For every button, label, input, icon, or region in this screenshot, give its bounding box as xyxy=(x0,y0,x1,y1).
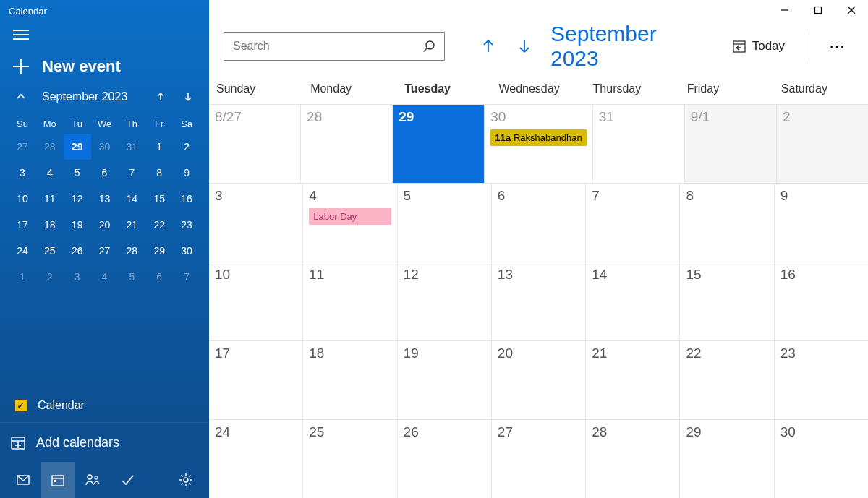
mini-day-cell[interactable]: 8 xyxy=(145,160,173,186)
mini-day-cell[interactable]: 28 xyxy=(118,238,145,264)
mini-day-cell[interactable]: 22 xyxy=(145,212,173,238)
mini-day-cell[interactable]: 2 xyxy=(173,134,200,160)
day-cell[interactable]: 10 xyxy=(209,262,303,340)
search-input[interactable] xyxy=(233,40,422,53)
day-cell[interactable]: 31 xyxy=(593,105,685,183)
mini-day-cell[interactable]: 21 xyxy=(118,212,145,238)
mini-day-cell[interactable]: 1 xyxy=(9,264,36,290)
day-cell[interactable]: 15 xyxy=(680,262,774,340)
mail-app-button[interactable] xyxy=(6,462,41,498)
day-cell[interactable]: 4Labor Day xyxy=(303,184,397,262)
day-cell[interactable]: 2 xyxy=(777,105,868,183)
mini-day-cell[interactable]: 17 xyxy=(9,212,36,238)
next-period-button[interactable] xyxy=(511,33,537,60)
mini-day-cell[interactable]: 3 xyxy=(9,160,36,186)
day-cell[interactable]: 21 xyxy=(586,341,680,419)
mini-day-cell[interactable]: 30 xyxy=(173,238,200,264)
event-chip[interactable]: 11aRakshabandhan xyxy=(490,129,586,146)
mini-day-cell[interactable]: 7 xyxy=(118,160,145,186)
day-cell[interactable]: 11 xyxy=(303,262,397,340)
day-cell[interactable]: 3011aRakshabandhan xyxy=(485,105,592,183)
day-cell[interactable]: 9 xyxy=(775,184,868,262)
day-cell[interactable]: 22 xyxy=(680,341,774,419)
mini-day-cell[interactable]: 9 xyxy=(173,160,200,186)
mini-day-cell[interactable]: 29 xyxy=(64,134,91,160)
day-cell[interactable]: 26 xyxy=(398,420,492,498)
new-event-button[interactable]: New event xyxy=(0,43,209,86)
day-cell[interactable]: 13 xyxy=(492,262,586,340)
mini-day-cell[interactable]: 24 xyxy=(9,238,36,264)
mini-day-cell[interactable]: 5 xyxy=(118,264,145,290)
day-cell[interactable]: 6 xyxy=(492,184,586,262)
mini-day-cell[interactable]: 4 xyxy=(91,264,119,290)
mini-next-month-button[interactable] xyxy=(177,86,199,108)
prev-period-button[interactable] xyxy=(475,33,501,60)
todo-app-button[interactable] xyxy=(110,462,145,498)
mini-day-cell[interactable]: 27 xyxy=(9,134,36,160)
calendar-checkbox[interactable]: ✓ xyxy=(14,399,27,412)
mini-day-cell[interactable]: 11 xyxy=(36,186,64,212)
mini-day-cell[interactable]: 1 xyxy=(145,134,173,160)
day-cell[interactable]: 8 xyxy=(680,184,774,262)
day-cell[interactable]: 25 xyxy=(303,420,397,498)
day-cell[interactable]: 23 xyxy=(775,341,868,419)
day-cell[interactable]: 27 xyxy=(492,420,586,498)
day-cell[interactable]: 16 xyxy=(775,262,868,340)
search-icon[interactable] xyxy=(422,40,435,53)
day-cell[interactable]: 5 xyxy=(398,184,492,262)
day-cell[interactable]: 12 xyxy=(398,262,492,340)
calendar-app-button[interactable] xyxy=(41,462,75,498)
mini-day-cell[interactable]: 26 xyxy=(64,238,91,264)
day-cell[interactable]: 19 xyxy=(398,341,492,419)
add-calendars-button[interactable]: Add calendars xyxy=(0,422,209,462)
mini-prev-month-button[interactable] xyxy=(150,86,171,108)
mini-day-cell[interactable]: 4 xyxy=(36,160,64,186)
mini-day-cell[interactable]: 19 xyxy=(64,212,91,238)
day-cell[interactable]: 24 xyxy=(209,420,303,498)
calendar-list-item[interactable]: ✓Calendar xyxy=(0,392,209,419)
mini-day-cell[interactable]: 14 xyxy=(118,186,145,212)
people-app-button[interactable] xyxy=(75,462,110,498)
day-cell[interactable]: 7 xyxy=(586,184,680,262)
mini-day-cell[interactable]: 5 xyxy=(64,160,91,186)
day-cell[interactable]: 29 xyxy=(393,105,485,183)
mini-day-cell[interactable]: 15 xyxy=(145,186,173,212)
mini-day-cell[interactable]: 23 xyxy=(173,212,200,238)
mini-day-cell[interactable]: 7 xyxy=(173,264,200,290)
mini-collapse-button[interactable] xyxy=(10,86,32,108)
event-chip[interactable]: Labor Day xyxy=(309,208,391,225)
day-cell[interactable]: 30 xyxy=(775,420,868,498)
mini-day-cell[interactable]: 12 xyxy=(64,186,91,212)
mini-day-cell[interactable]: 18 xyxy=(36,212,64,238)
today-button[interactable]: Today xyxy=(725,35,792,58)
day-cell[interactable]: 8/27 xyxy=(209,105,301,183)
mini-day-cell[interactable]: 31 xyxy=(118,134,145,160)
settings-button[interactable] xyxy=(169,462,203,498)
window-close-button[interactable] xyxy=(835,0,868,20)
window-maximize-button[interactable] xyxy=(801,0,835,20)
mini-day-cell[interactable]: 16 xyxy=(173,186,200,212)
day-cell[interactable]: 28 xyxy=(586,420,680,498)
mini-day-cell[interactable]: 6 xyxy=(145,264,173,290)
mini-day-cell[interactable]: 29 xyxy=(145,238,173,264)
day-cell[interactable]: 29 xyxy=(680,420,774,498)
mini-day-cell[interactable]: 25 xyxy=(36,238,64,264)
mini-day-cell[interactable]: 6 xyxy=(91,160,119,186)
mini-day-cell[interactable]: 20 xyxy=(91,212,119,238)
day-cell[interactable]: 28 xyxy=(301,105,393,183)
day-cell[interactable]: 9/1 xyxy=(685,105,777,183)
mini-day-cell[interactable]: 3 xyxy=(64,264,91,290)
mini-day-cell[interactable]: 30 xyxy=(91,134,119,160)
day-cell[interactable]: 20 xyxy=(492,341,586,419)
mini-day-cell[interactable]: 2 xyxy=(36,264,64,290)
mini-day-cell[interactable]: 13 xyxy=(91,186,119,212)
day-cell[interactable]: 14 xyxy=(586,262,680,340)
hamburger-menu-button[interactable] xyxy=(0,17,209,43)
day-cell[interactable]: 3 xyxy=(209,184,303,262)
mini-day-cell[interactable]: 28 xyxy=(36,134,64,160)
window-minimize-button[interactable] xyxy=(768,0,801,20)
mini-day-cell[interactable]: 10 xyxy=(9,186,36,212)
day-cell[interactable]: 17 xyxy=(209,341,303,419)
more-options-button[interactable]: ⋯ xyxy=(822,37,854,56)
mini-day-cell[interactable]: 27 xyxy=(91,238,119,264)
